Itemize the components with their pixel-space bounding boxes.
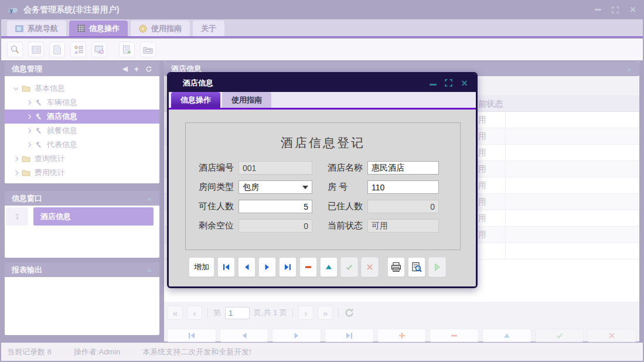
dialog-close-icon[interactable]: ✕ [460, 78, 469, 87]
close-icon[interactable]: ✕ [629, 6, 637, 14]
next-record-button[interactable] [258, 257, 276, 277]
collapse-icon[interactable]: ▲ [626, 66, 632, 72]
edit-record-button[interactable] [482, 329, 531, 342]
tree-item-basic-info[interactable]: 基本信息 [5, 81, 159, 95]
hotel-name-field[interactable] [367, 161, 439, 175]
dialog-tab-user-guide[interactable]: 使用指南 [222, 92, 271, 108]
maximize-icon[interactable] [611, 6, 619, 14]
chevron-right-icon[interactable] [26, 142, 31, 147]
org-chart-button[interactable] [70, 42, 86, 57]
chevron-down-icon [302, 186, 308, 189]
chevron-right-icon[interactable] [13, 156, 18, 161]
last-record-button[interactable] [325, 329, 374, 342]
prev-record-button[interactable] [238, 257, 255, 277]
panel-title: 报表输出 [12, 265, 42, 275]
info-window-item[interactable]: 1 酒店信息 [6, 207, 154, 226]
tree-item-dining-info[interactable]: 就餐信息 [5, 124, 159, 138]
prev-page-button[interactable]: ‹ [187, 306, 202, 320]
page-number-input[interactable] [225, 307, 250, 319]
document-button[interactable] [49, 42, 65, 57]
pager-zone: « ‹ 第 页,共 1 页 › » [164, 302, 639, 341]
chevron-right-icon[interactable] [26, 100, 31, 105]
tree-item-hotel-info[interactable]: 酒店信息 [5, 110, 159, 124]
room-number-field[interactable] [367, 180, 439, 194]
panel-header-info-management[interactable]: 信息管理 ◀ + [5, 62, 159, 76]
minimize-icon[interactable] [594, 6, 602, 14]
chevron-right-icon[interactable] [26, 128, 31, 133]
hotel-info-dialog: 酒店信息 ✕ 信息操作 使用指南 酒店信息登记 [167, 72, 478, 288]
delete-record-button[interactable] [430, 329, 479, 342]
tab-user-guide[interactable]: 使用指南 [131, 21, 190, 36]
dialog-tab-info-operation[interactable]: 信息操作 [171, 92, 220, 108]
run-button[interactable] [428, 257, 446, 277]
occupied-label: 已住人数 [328, 201, 367, 212]
confirm-button[interactable] [340, 257, 358, 277]
first-page-button[interactable]: « [168, 306, 183, 320]
panel-add-icon[interactable]: + [134, 64, 139, 74]
delete-record-button[interactable] [299, 257, 317, 277]
panel-refresh-icon[interactable] [145, 66, 152, 73]
play-icon [432, 262, 442, 272]
page-prefix-label: 第 [213, 308, 221, 318]
form-title: 酒店信息登记 [186, 135, 460, 151]
last-page-button[interactable]: » [318, 306, 333, 320]
remaining-field [238, 219, 312, 233]
dialog-titlebar[interactable]: 酒店信息 ✕ [169, 74, 476, 92]
panel-header-report-output[interactable]: 报表输出 ▲ [5, 262, 159, 277]
capacity-label: 可住人数 [199, 201, 238, 212]
document-add-button[interactable] [119, 42, 135, 57]
document-icon [53, 45, 61, 54]
search-button[interactable] [7, 42, 23, 57]
dialog-minimize-icon[interactable] [428, 78, 437, 87]
add-record-button[interactable] [377, 329, 427, 342]
tree-item-label: 代表信息 [47, 139, 77, 150]
tool-icon [35, 98, 43, 107]
cancel-button[interactable] [587, 329, 636, 342]
chevron-expanded-icon[interactable] [13, 85, 18, 90]
print-preview-button[interactable] [408, 257, 425, 277]
refresh-icon[interactable] [344, 308, 355, 318]
add-button[interactable]: 增加 [189, 257, 214, 277]
collapse-icon[interactable]: ▲ [146, 267, 152, 273]
dialog-maximize-icon[interactable] [444, 78, 453, 87]
next-record-button[interactable] [272, 329, 321, 342]
tree-item-label: 酒店信息 [47, 111, 77, 122]
tab-info-operation[interactable]: 信息操作 [69, 21, 128, 36]
tab-system-navigation[interactable]: 系统导航 [7, 21, 66, 36]
dialog-title: 酒店信息 [183, 78, 213, 88]
collapse-icon[interactable]: ▲ [146, 195, 152, 202]
tab-about[interactable]: 关于 [193, 21, 224, 36]
tree-item-fee-statistics[interactable]: 费用统计 [5, 166, 159, 180]
navigation-icon [15, 25, 23, 32]
tree-item-representative-info[interactable]: 代表信息 [5, 138, 159, 152]
first-record-button[interactable] [167, 329, 216, 342]
folder-icon [143, 46, 153, 54]
titlebar: y 会务管理系统(非注册用户) ✕ [0, 0, 644, 19]
chevron-right-icon[interactable] [13, 170, 18, 175]
first-record-button[interactable] [217, 257, 235, 277]
grid-column-divider [505, 112, 506, 259]
tool-icon [35, 141, 43, 149]
next-page-button[interactable]: › [298, 306, 314, 320]
tree-item-query-statistics[interactable]: 查询统计 [5, 152, 159, 166]
tree-item-vehicle-info[interactable]: 车辆信息 [5, 95, 159, 110]
folder-button[interactable] [140, 42, 156, 57]
prev-record-button[interactable] [220, 329, 269, 342]
panel-back-icon[interactable]: ◀ [122, 65, 127, 73]
table-icon [32, 46, 41, 54]
last-record-button[interactable] [279, 257, 297, 277]
cancel-button[interactable] [361, 257, 379, 277]
room-type-select[interactable]: 包房 [238, 180, 312, 194]
chevron-right-icon[interactable] [26, 114, 31, 119]
capacity-field[interactable] [238, 200, 312, 213]
monitor-search-button[interactable] [91, 42, 107, 57]
search-icon [10, 45, 20, 54]
print-button[interactable] [387, 257, 405, 277]
confirm-button[interactable] [535, 329, 584, 342]
panel-header-info-window[interactable]: 信息窗口 ▲ [5, 191, 159, 206]
edit-record-button[interactable] [320, 257, 338, 277]
table-view-button[interactable] [28, 42, 44, 57]
item-label[interactable]: 酒店信息 [33, 207, 154, 226]
tree-item-label: 就餐信息 [47, 125, 77, 136]
panel-title: 信息窗口 [12, 193, 42, 204]
